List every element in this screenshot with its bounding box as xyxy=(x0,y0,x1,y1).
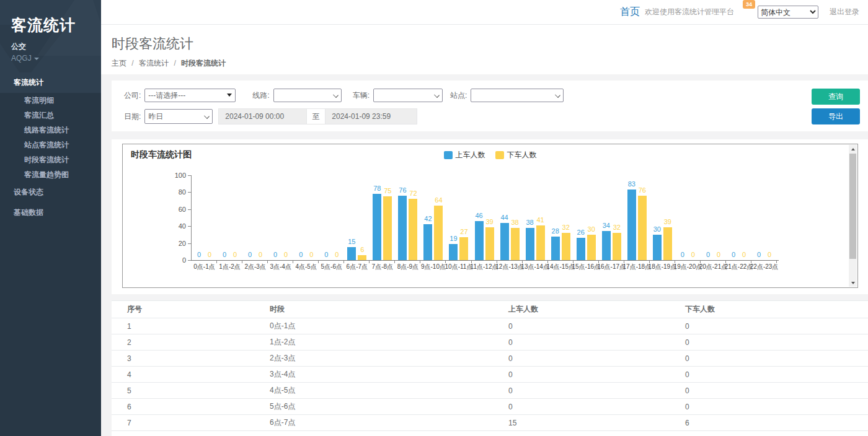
bar-group-20: 0020点-21点 xyxy=(701,175,726,260)
sidebar-item-passenger-flow-trend[interactable]: 客流量趋势图 xyxy=(0,167,101,182)
chart-container: 时段车流统计图 上车人数下车人数 000点-1点001点-2点002点-3点00… xyxy=(122,144,858,288)
bar-value-label: 76 xyxy=(399,186,406,194)
date-range-separator: 至 xyxy=(307,108,325,124)
date-to-input[interactable] xyxy=(325,108,417,124)
y-axis-tick-label: 20 xyxy=(165,240,186,247)
line-select[interactable] xyxy=(273,89,342,102)
bar-group-11: 463911点-12点 xyxy=(472,175,497,260)
table-row: 43点-4点00 xyxy=(112,367,868,383)
table-cell: 0 xyxy=(685,383,868,399)
bar-value-label: 64 xyxy=(435,196,442,204)
breadcrumb-home[interactable]: 主页 xyxy=(112,59,126,68)
legend-item-1: 下车人数 xyxy=(495,150,537,160)
bar-value-label: 26 xyxy=(577,229,585,236)
scrollbar-thumb[interactable] xyxy=(849,154,856,259)
bar-value-label: 44 xyxy=(500,214,508,221)
x-axis-label: 15点-16点 xyxy=(572,263,600,271)
sidebar-item-device-status[interactable]: 设备状态 xyxy=(0,182,101,203)
bar-value-label: 38 xyxy=(526,219,534,226)
company-select[interactable]: ---请选择--- xyxy=(144,89,236,102)
x-axis-label: 14点-15点 xyxy=(546,263,575,271)
table-cell: 0 xyxy=(508,334,685,351)
bar-value-label: 0 xyxy=(324,251,328,258)
table-row: 32点-3点00 xyxy=(112,351,868,367)
line-label: 线路: xyxy=(252,90,269,101)
logout-link[interactable]: 退出登录 xyxy=(830,7,859,17)
bar-group-17: 837617点-18点 xyxy=(624,175,650,260)
bar-group-13: 384113点-14点 xyxy=(523,175,548,260)
x-axis-label: 10点-11点 xyxy=(445,263,473,271)
y-axis-tick-label: 60 xyxy=(165,206,186,213)
chart-plot: 000点-1点001点-2点002点-3点003点-4点004点-5点005点-… xyxy=(191,175,777,260)
scroll-up-arrow-icon[interactable] xyxy=(849,145,857,153)
table-header-cell: 时段 xyxy=(270,301,508,318)
sidebar-item-line-passenger-stats[interactable]: 线路客流统计 xyxy=(0,123,101,137)
bar-value-label: 0 xyxy=(284,251,288,258)
company-label: 公司: xyxy=(124,90,141,101)
station-label: 站点: xyxy=(450,90,467,101)
sidebar-item-time-period-passenger-stats[interactable]: 时段客流统计 xyxy=(0,152,101,167)
y-axis-tick-label: 100 xyxy=(165,172,186,179)
legend-label: 上车人数 xyxy=(456,150,485,160)
bar-boarding: 42 xyxy=(423,224,432,260)
x-axis-label: 8点-9点 xyxy=(397,263,418,271)
chart-scrollbar xyxy=(849,145,857,287)
x-axis-label: 12点-13点 xyxy=(495,263,524,271)
home-link[interactable]: 首页 xyxy=(620,6,640,19)
bar-value-label: 0 xyxy=(757,251,761,258)
content: 公司: ---请选择--- 线路: 车辆: xyxy=(101,74,868,436)
table-cell: 0 xyxy=(685,334,868,351)
bar-boarding: 28 xyxy=(551,237,560,260)
bar-value-label: 34 xyxy=(603,222,610,229)
date-from-input[interactable] xyxy=(218,108,307,124)
bar-alighting: 32 xyxy=(562,233,570,260)
bar-value-label: 0 xyxy=(197,251,201,258)
bar-group-22: 0022点-23点 xyxy=(751,175,777,260)
notification-badge: 34 xyxy=(743,0,755,9)
sidebar-item-passenger-stats[interactable]: 客流统计 xyxy=(0,72,101,93)
x-axis-label: 19点-20点 xyxy=(674,263,702,271)
account-dropdown[interactable]: AQGJ xyxy=(11,54,101,63)
bar-alighting: 64 xyxy=(434,206,443,260)
sidebar-item-station-passenger-stats[interactable]: 站点客流统计 xyxy=(0,137,101,152)
x-axis-label: 21点-22点 xyxy=(725,263,753,271)
table-row: 10点-1点00 xyxy=(112,318,868,334)
breadcrumb-parent[interactable]: 客流统计 xyxy=(139,59,169,68)
bar-boarding: 83 xyxy=(627,190,636,260)
vehicle-select[interactable] xyxy=(373,89,443,102)
language-select[interactable]: 简体中文 xyxy=(758,6,818,19)
table-cell: 0 xyxy=(685,399,868,415)
bar-group-3: 003点-4点 xyxy=(268,175,293,260)
y-axis-tick-mark xyxy=(188,260,191,261)
table-cell: 6 xyxy=(685,415,868,431)
bar-group-0: 000点-1点 xyxy=(192,175,217,260)
scroll-down-arrow-icon[interactable] xyxy=(849,279,857,287)
query-button[interactable]: 查询 xyxy=(812,89,860,105)
date-preset-select[interactable]: 昨日 xyxy=(144,109,213,124)
language-area: 34 简体中文 xyxy=(758,6,818,19)
table-cell: 2点-3点 xyxy=(270,351,508,367)
bar-alighting: 32 xyxy=(613,233,621,260)
bar-value-label: 19 xyxy=(450,235,457,242)
y-axis-tick-label: 40 xyxy=(165,222,186,230)
station-select[interactable] xyxy=(471,89,564,102)
x-axis-label: 7点-8点 xyxy=(372,263,393,271)
x-axis-label: 0点-1点 xyxy=(193,263,215,271)
sidebar-item-passenger-summary[interactable]: 客流汇总 xyxy=(0,108,101,123)
sidebar-menu: 客流统计客流明细客流汇总线路客流统计站点客流统计时段客流统计客流量趋势图设备状态… xyxy=(0,72,101,223)
bar-value-label: 75 xyxy=(384,187,391,194)
bar-value-label: 0 xyxy=(208,251,211,258)
table-cell: 0 xyxy=(508,318,685,334)
bar-group-10: 192710点-11点 xyxy=(446,175,471,260)
table-cell: 3 xyxy=(112,351,270,367)
table-row: 76点-7点156 xyxy=(112,415,868,431)
chart-panel: 时段车流统计图 上车人数下车人数 000点-1点001点-2点002点-3点00… xyxy=(112,139,868,294)
sidebar-item-passenger-detail[interactable]: 客流明细 xyxy=(0,93,101,108)
bar-boarding: 76 xyxy=(398,196,407,260)
bar-boarding: 19 xyxy=(449,244,458,260)
export-button[interactable]: 导出 xyxy=(812,108,860,124)
chart-title: 时段车流统计图 xyxy=(131,149,192,160)
x-axis-label: 1点-2点 xyxy=(219,263,240,271)
sidebar-item-base-data[interactable]: 基础数据 xyxy=(0,203,101,223)
sidebar: 客流统计 公交 AQGJ 客流统计客流明细客流汇总线路客流统计站点客流统计时段客… xyxy=(0,0,101,436)
